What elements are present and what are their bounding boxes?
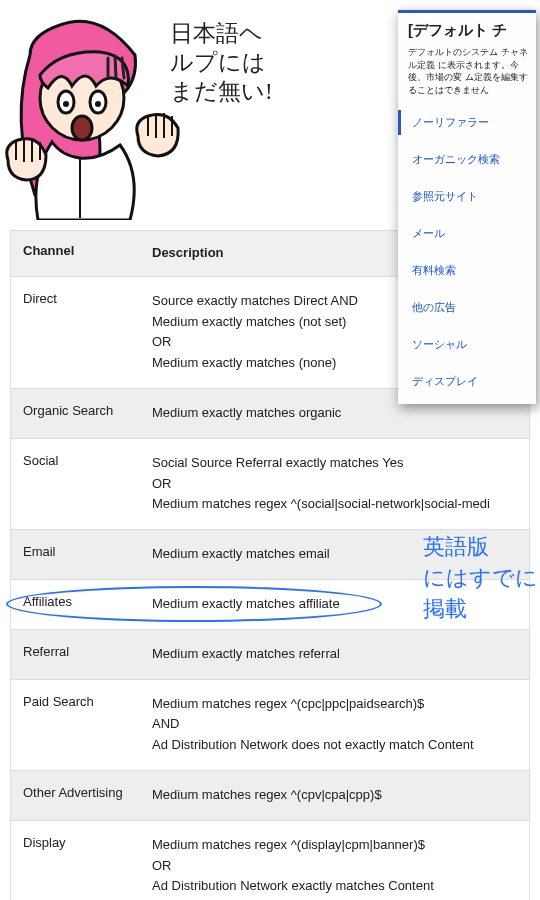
panel-item-mail[interactable]: メール: [398, 215, 536, 252]
svg-point-5: [63, 101, 69, 107]
table-row: Referral Medium exactly matches referral: [11, 630, 529, 680]
default-channel-panel: [デフォルト チ デフォルトのシステム チャネル定義 に表示されます。今後、市場…: [398, 10, 536, 404]
cell-desc: Medium exactly matches referral: [146, 630, 529, 679]
table-row: Other Advertising Medium matches regex ^…: [11, 771, 529, 821]
panel-item-noreferrer[interactable]: ノーリファラー: [398, 104, 536, 141]
panel-title: [デフォルト チ: [398, 13, 536, 44]
panel-item-paid-search[interactable]: 有料検索: [398, 252, 536, 289]
cell-channel: Paid Search: [11, 680, 146, 770]
panel-item-social[interactable]: ソーシャル: [398, 326, 536, 363]
table-row: Paid Search Medium matches regex ^(cpc|p…: [11, 680, 529, 771]
cell-channel: Referral: [11, 630, 146, 679]
panel-item-referral[interactable]: 参照元サイト: [398, 178, 536, 215]
cell-channel: Email: [11, 530, 146, 579]
svg-line-3: [122, 58, 124, 78]
panel-item-organic[interactable]: オーガニック検索: [398, 141, 536, 178]
svg-point-8: [72, 116, 92, 140]
table-row: Email Medium exactly matches email: [11, 530, 529, 580]
col-channel: Channel: [11, 231, 146, 276]
cell-desc: Medium matches regex ^(cpc|ppc|paidsearc…: [146, 680, 529, 770]
speech-bubble-text: 日本語ヘルプには まだ無い!: [170, 20, 280, 106]
table-row: Display Medium matches regex ^(display|c…: [11, 821, 529, 900]
cell-desc: Medium exactly matches email: [146, 530, 529, 579]
cell-channel: Affiliates: [11, 580, 146, 629]
panel-item-other-ads[interactable]: 他の広告: [398, 289, 536, 326]
cell-desc: Medium exactly matches affiliate: [146, 580, 529, 629]
table-row: Social Social Source Referral exactly ma…: [11, 439, 529, 530]
panel-subtitle: デフォルトのシステム チャネル定義 に表示されます。今後、市場の変 ム定義を編集…: [398, 44, 536, 104]
svg-line-2: [115, 56, 116, 78]
cell-desc: Medium matches regex ^(display|cpm|banne…: [146, 821, 529, 900]
svg-point-7: [95, 101, 101, 107]
cell-channel: Direct: [11, 277, 146, 388]
cartoon-character: 日本語ヘルプには まだ無い!: [0, 0, 280, 220]
panel-list: ノーリファラー オーガニック検索 参照元サイト メール 有料検索 他の広告 ソー…: [398, 104, 536, 400]
table-row-affiliates: Affiliates Medium exactly matches affili…: [11, 580, 529, 630]
cell-desc: Social Source Referral exactly matches Y…: [146, 439, 529, 529]
panel-item-display[interactable]: ディスプレイ: [398, 363, 536, 400]
cell-channel: Other Advertising: [11, 771, 146, 820]
cell-channel: Display: [11, 821, 146, 900]
cell-desc: Medium matches regex ^(cpv|cpa|cpp)$: [146, 771, 529, 820]
cell-channel: Organic Search: [11, 389, 146, 438]
cell-channel: Social: [11, 439, 146, 529]
